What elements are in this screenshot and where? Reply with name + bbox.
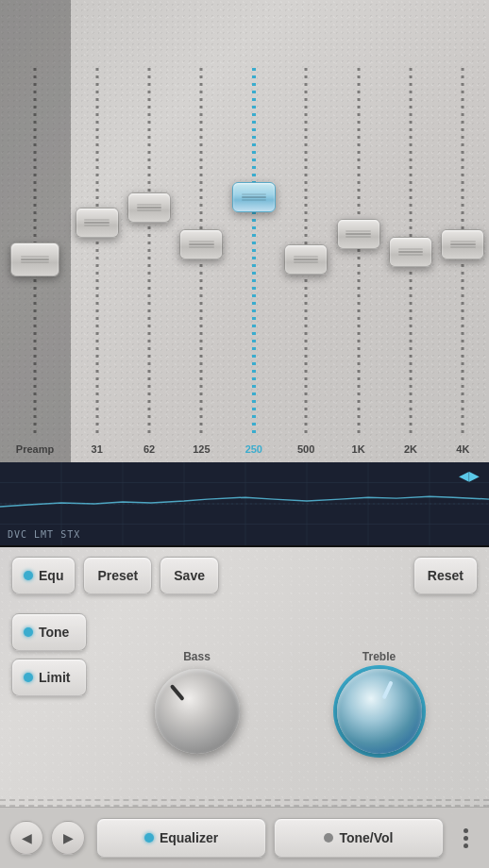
eq-band-2k: 2K — [384, 0, 436, 462]
equalizer-tab-dot — [144, 833, 154, 843]
preset-label: Preset — [97, 568, 138, 583]
bass-knob-indicator — [169, 684, 184, 701]
knobs-area: Bass Treble — [87, 604, 489, 799]
preset-button[interactable]: Preset — [83, 557, 152, 594]
band-31-label: 31 — [92, 443, 103, 455]
preamp-label: Preamp — [16, 443, 54, 455]
bottom-nav: ◀ ▶ Equalizer Tone/Vol — [0, 807, 489, 868]
band-1k-handle[interactable] — [337, 219, 380, 249]
band-1k-track[interactable] — [357, 68, 361, 436]
equ-dot-icon — [24, 571, 33, 580]
more-dot-3 — [464, 843, 468, 848]
more-dot-2 — [464, 836, 468, 841]
eq-band-250: 250 — [228, 0, 279, 462]
band-500-handle[interactable] — [284, 244, 328, 275]
band-250-handle[interactable] — [232, 182, 276, 212]
tone-knobs-area: Tone Limit Bass Treble — [0, 604, 489, 799]
limit-label: Limit — [39, 670, 70, 685]
limit-button[interactable]: Limit — [11, 659, 87, 696]
waveform-label: DVC LMT STX — [8, 529, 80, 540]
nav-more-button[interactable] — [451, 821, 480, 855]
waveform-display: DVC LMT STX ◀▶ — [0, 462, 489, 547]
band-125-track[interactable] — [199, 68, 203, 436]
eq-band-62: 62 — [123, 0, 175, 462]
reset-label: Reset — [428, 568, 464, 583]
waveform-arrow-icon: ◀▶ — [459, 468, 480, 483]
eq-band-4k: 4K — [437, 0, 489, 462]
band-62-handle[interactable] — [127, 192, 171, 223]
equalizer-tab-label: Equalizer — [160, 830, 218, 845]
bass-knob-group: Bass — [155, 650, 240, 754]
band-31-track[interactable] — [95, 68, 99, 436]
eq-bands: 31 62 125 — [71, 0, 489, 462]
controls-section: DVC LMT STX ◀▶ Equ Preset Save Reset Ton… — [0, 462, 489, 868]
equ-label: Equ — [39, 568, 63, 583]
more-dot-1 — [464, 828, 468, 833]
eq-band-500: 500 — [280, 0, 332, 462]
band-62-track[interactable] — [147, 68, 151, 436]
band-500-label: 500 — [297, 443, 314, 455]
tone-dot-icon — [24, 627, 33, 637]
save-button[interactable]: Save — [160, 557, 219, 594]
limit-dot-icon — [24, 673, 33, 682]
band-62-label: 62 — [143, 443, 155, 455]
treble-label: Treble — [363, 650, 396, 663]
bass-knob[interactable] — [155, 669, 240, 754]
treble-knob-indicator — [381, 680, 393, 699]
eq-band-31: 31 — [71, 0, 123, 462]
tone-vol-tab-label: Tone/Vol — [339, 830, 393, 845]
preamp-column: Preamp — [0, 0, 71, 462]
band-1k-label: 1K — [352, 443, 365, 455]
band-125-handle[interactable] — [179, 229, 223, 259]
tone-button[interactable]: Tone — [11, 613, 87, 651]
band-2k-handle[interactable] — [389, 237, 432, 267]
eq-band-125: 125 — [176, 0, 228, 462]
tone-label: Tone — [39, 625, 69, 640]
band-500-track[interactable] — [304, 68, 308, 436]
preamp-slider-handle[interactable] — [10, 242, 59, 276]
bass-label: Bass — [183, 650, 211, 663]
band-4k-handle[interactable] — [441, 229, 484, 259]
band-125-label: 125 — [193, 443, 210, 455]
nav-forward-button[interactable]: ▶ — [51, 821, 85, 855]
nav-back-button[interactable]: ◀ — [9, 821, 43, 855]
forward-icon: ▶ — [63, 830, 74, 845]
reset-button[interactable]: Reset — [413, 557, 478, 594]
band-250-track[interactable] — [252, 68, 256, 436]
equ-button[interactable]: Equ — [11, 557, 76, 594]
treble-knob[interactable] — [337, 669, 422, 754]
nav-tab-tone-vol[interactable]: Tone/Vol — [274, 818, 444, 858]
stitch-divider — [0, 799, 489, 807]
tone-vol-tab-dot — [324, 833, 333, 843]
band-31-handle[interactable] — [76, 208, 119, 238]
band-2k-track[interactable] — [409, 68, 413, 436]
back-icon: ◀ — [22, 830, 32, 845]
left-toggle-buttons: Tone Limit — [0, 604, 87, 799]
band-4k-label: 4K — [456, 443, 469, 455]
preamp-slider-track[interactable] — [33, 68, 37, 436]
band-250-label: 250 — [245, 443, 262, 455]
eq-section: Preamp 31 62 — [0, 0, 489, 462]
band-2k-label: 2K — [404, 443, 417, 455]
eq-band-1k: 1K — [332, 0, 384, 462]
save-label: Save — [174, 568, 205, 583]
band-4k-track[interactable] — [461, 68, 464, 436]
button-row: Equ Preset Save Reset — [0, 547, 489, 604]
nav-tab-equalizer[interactable]: Equalizer — [96, 818, 266, 858]
treble-knob-group: Treble — [337, 650, 422, 754]
